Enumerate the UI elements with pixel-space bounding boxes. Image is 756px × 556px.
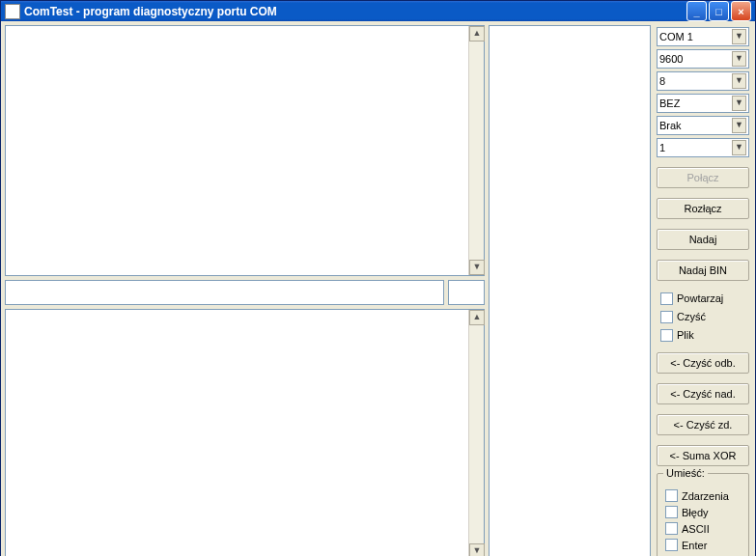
scrollbar[interactable]: ▲ ▼ [468, 26, 484, 275]
port-select[interactable]: COM 1▼ [657, 27, 749, 46]
maximize-button[interactable]: □ [709, 1, 729, 21]
clear-send-button[interactable]: <- Czyść nad. [657, 383, 749, 404]
send-panel[interactable]: ▲ ▼ [5, 309, 485, 556]
place-group: Umieść: Zdarzenia Błędy ASCII Enter [657, 473, 749, 556]
scroll-up-icon[interactable]: ▲ [469, 26, 485, 42]
group-legend: Umieść: [663, 467, 708, 479]
window-title: ComTest - program diagnostyczny portu CO… [24, 5, 686, 18]
chevron-down-icon[interactable]: ▼ [732, 118, 746, 133]
chevron-down-icon[interactable]: ▼ [732, 73, 746, 89]
enter-checkbox[interactable]: Enter [661, 537, 744, 553]
errors-checkbox[interactable]: Błędy [661, 504, 744, 520]
clear-recv-button[interactable]: <- Czyść odb. [657, 352, 749, 374]
chevron-down-icon[interactable]: ▼ [732, 29, 746, 44]
client-area: ▲ ▼ ▲ ▼ COM 1▼ 9600▼ 8▼ BEZ▼ Br [1, 21, 755, 556]
scroll-down-icon[interactable]: ▼ [469, 260, 485, 275]
clear-checkbox[interactable]: Czyść [657, 309, 749, 324]
ascii-checkbox[interactable]: ASCII [661, 520, 744, 537]
titlebar: ComTest - program diagnostyczny portu CO… [1, 1, 755, 21]
connect-button[interactable]: Połącz [657, 167, 749, 188]
chevron-down-icon[interactable]: ▼ [732, 96, 746, 111]
app-window: ComTest - program diagnostyczny portu CO… [0, 0, 756, 556]
events-checkbox[interactable]: Zdarzenia [661, 487, 744, 504]
clear-events-button[interactable]: <- Czyść zd. [657, 414, 749, 435]
small-input[interactable] [448, 280, 485, 305]
scroll-up-icon[interactable]: ▲ [469, 310, 485, 325]
minimize-button[interactable]: _ [686, 1, 707, 21]
middle-column [489, 25, 651, 556]
event-panel[interactable] [489, 25, 651, 556]
file-checkbox[interactable]: Plik [657, 327, 749, 343]
repeat-checkbox[interactable]: Powtarzaj [657, 291, 749, 306]
app-icon [5, 4, 20, 19]
repeat-label: Powtarzaj [677, 292, 723, 304]
send-button[interactable]: Nadaj [657, 229, 749, 250]
baud-select[interactable]: 9600▼ [657, 49, 749, 69]
chevron-down-icon[interactable]: ▼ [732, 140, 746, 155]
file-label: Plik [677, 329, 694, 341]
left-column: ▲ ▼ ▲ ▼ [5, 25, 485, 556]
right-column: COM 1▼ 9600▼ 8▼ BEZ▼ Brak▼ 1▼ Połącz Roz… [655, 25, 751, 556]
xor-button[interactable]: <- Suma XOR [657, 445, 749, 466]
flow-select[interactable]: Brak▼ [657, 116, 749, 135]
send-input[interactable] [5, 280, 444, 305]
scrollbar[interactable]: ▲ ▼ [468, 310, 484, 556]
disconnect-button[interactable]: Rozłącz [657, 198, 749, 219]
send-bin-button[interactable]: Nadaj BIN [657, 260, 749, 281]
input-row [5, 280, 485, 305]
chevron-down-icon[interactable]: ▼ [732, 51, 746, 67]
scroll-down-icon[interactable]: ▼ [469, 543, 485, 556]
stop-select[interactable]: 1▼ [657, 138, 749, 157]
clear-label: Czyść [677, 311, 706, 322]
databits-select[interactable]: 8▼ [657, 71, 749, 91]
receive-panel[interactable]: ▲ ▼ [5, 25, 485, 276]
parity-select[interactable]: BEZ▼ [657, 94, 749, 113]
close-button[interactable]: × [731, 1, 751, 21]
